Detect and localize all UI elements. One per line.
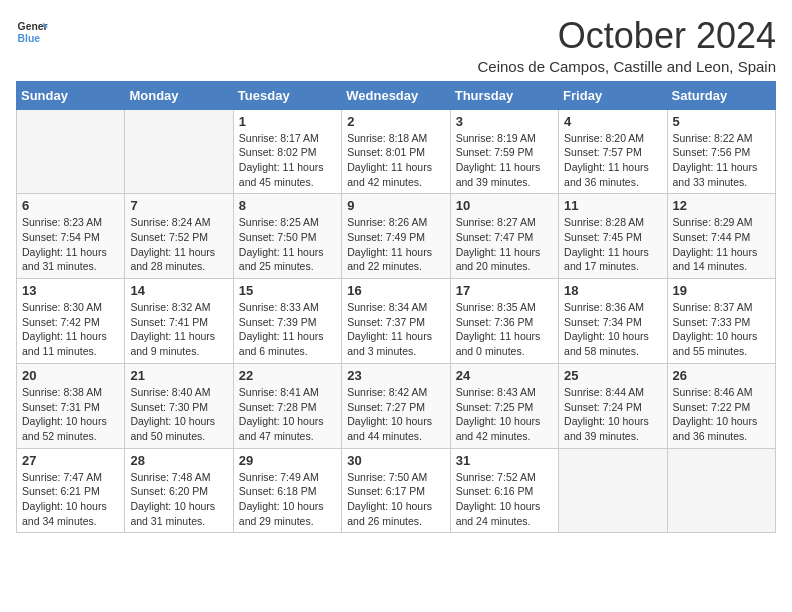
weekday-header-saturday: Saturday	[667, 81, 775, 109]
day-info: Sunrise: 8:24 AMSunset: 7:52 PMDaylight:…	[130, 215, 227, 274]
day-info: Sunrise: 8:36 AMSunset: 7:34 PMDaylight:…	[564, 300, 661, 359]
day-info: Sunrise: 8:27 AMSunset: 7:47 PMDaylight:…	[456, 215, 553, 274]
day-info: Sunrise: 8:33 AMSunset: 7:39 PMDaylight:…	[239, 300, 336, 359]
day-info: Sunrise: 8:17 AMSunset: 8:02 PMDaylight:…	[239, 131, 336, 190]
calendar-cell	[559, 448, 667, 533]
month-title: October 2024	[477, 16, 776, 56]
day-number: 14	[130, 283, 227, 298]
day-number: 10	[456, 198, 553, 213]
logo-icon: General Blue	[16, 16, 48, 48]
calendar-cell: 5Sunrise: 8:22 AMSunset: 7:56 PMDaylight…	[667, 109, 775, 194]
calendar-table: SundayMondayTuesdayWednesdayThursdayFrid…	[16, 81, 776, 534]
calendar-cell: 24Sunrise: 8:43 AMSunset: 7:25 PMDayligh…	[450, 363, 558, 448]
calendar-cell	[125, 109, 233, 194]
day-info: Sunrise: 8:23 AMSunset: 7:54 PMDaylight:…	[22, 215, 119, 274]
calendar-cell: 3Sunrise: 8:19 AMSunset: 7:59 PMDaylight…	[450, 109, 558, 194]
calendar-week-row: 1Sunrise: 8:17 AMSunset: 8:02 PMDaylight…	[17, 109, 776, 194]
calendar-cell: 8Sunrise: 8:25 AMSunset: 7:50 PMDaylight…	[233, 194, 341, 279]
day-info: Sunrise: 8:38 AMSunset: 7:31 PMDaylight:…	[22, 385, 119, 444]
day-number: 4	[564, 114, 661, 129]
day-info: Sunrise: 8:28 AMSunset: 7:45 PMDaylight:…	[564, 215, 661, 274]
calendar-cell: 6Sunrise: 8:23 AMSunset: 7:54 PMDaylight…	[17, 194, 125, 279]
page-header: General Blue October 2024 Ceinos de Camp…	[16, 16, 776, 75]
day-number: 13	[22, 283, 119, 298]
calendar-cell	[667, 448, 775, 533]
day-number: 3	[456, 114, 553, 129]
day-info: Sunrise: 7:52 AMSunset: 6:16 PMDaylight:…	[456, 470, 553, 529]
calendar-cell: 1Sunrise: 8:17 AMSunset: 8:02 PMDaylight…	[233, 109, 341, 194]
day-info: Sunrise: 7:50 AMSunset: 6:17 PMDaylight:…	[347, 470, 444, 529]
day-info: Sunrise: 8:30 AMSunset: 7:42 PMDaylight:…	[22, 300, 119, 359]
day-info: Sunrise: 7:48 AMSunset: 6:20 PMDaylight:…	[130, 470, 227, 529]
calendar-cell: 21Sunrise: 8:40 AMSunset: 7:30 PMDayligh…	[125, 363, 233, 448]
calendar-week-row: 13Sunrise: 8:30 AMSunset: 7:42 PMDayligh…	[17, 279, 776, 364]
day-info: Sunrise: 8:20 AMSunset: 7:57 PMDaylight:…	[564, 131, 661, 190]
day-info: Sunrise: 8:42 AMSunset: 7:27 PMDaylight:…	[347, 385, 444, 444]
day-info: Sunrise: 8:26 AMSunset: 7:49 PMDaylight:…	[347, 215, 444, 274]
day-number: 6	[22, 198, 119, 213]
day-info: Sunrise: 8:19 AMSunset: 7:59 PMDaylight:…	[456, 131, 553, 190]
calendar-cell: 30Sunrise: 7:50 AMSunset: 6:17 PMDayligh…	[342, 448, 450, 533]
day-number: 30	[347, 453, 444, 468]
weekday-header-tuesday: Tuesday	[233, 81, 341, 109]
day-number: 15	[239, 283, 336, 298]
calendar-cell: 31Sunrise: 7:52 AMSunset: 6:16 PMDayligh…	[450, 448, 558, 533]
day-info: Sunrise: 8:43 AMSunset: 7:25 PMDaylight:…	[456, 385, 553, 444]
day-number: 27	[22, 453, 119, 468]
weekday-header-row: SundayMondayTuesdayWednesdayThursdayFrid…	[17, 81, 776, 109]
day-number: 26	[673, 368, 770, 383]
calendar-cell: 2Sunrise: 8:18 AMSunset: 8:01 PMDaylight…	[342, 109, 450, 194]
calendar-cell: 12Sunrise: 8:29 AMSunset: 7:44 PMDayligh…	[667, 194, 775, 279]
day-number: 29	[239, 453, 336, 468]
day-number: 23	[347, 368, 444, 383]
day-info: Sunrise: 8:22 AMSunset: 7:56 PMDaylight:…	[673, 131, 770, 190]
calendar-cell: 16Sunrise: 8:34 AMSunset: 7:37 PMDayligh…	[342, 279, 450, 364]
day-info: Sunrise: 8:25 AMSunset: 7:50 PMDaylight:…	[239, 215, 336, 274]
calendar-week-row: 6Sunrise: 8:23 AMSunset: 7:54 PMDaylight…	[17, 194, 776, 279]
day-number: 20	[22, 368, 119, 383]
day-info: Sunrise: 8:46 AMSunset: 7:22 PMDaylight:…	[673, 385, 770, 444]
weekday-header-wednesday: Wednesday	[342, 81, 450, 109]
day-number: 11	[564, 198, 661, 213]
calendar-cell: 11Sunrise: 8:28 AMSunset: 7:45 PMDayligh…	[559, 194, 667, 279]
day-number: 1	[239, 114, 336, 129]
day-info: Sunrise: 7:47 AMSunset: 6:21 PMDaylight:…	[22, 470, 119, 529]
day-info: Sunrise: 8:35 AMSunset: 7:36 PMDaylight:…	[456, 300, 553, 359]
day-number: 18	[564, 283, 661, 298]
weekday-header-friday: Friday	[559, 81, 667, 109]
day-number: 22	[239, 368, 336, 383]
day-info: Sunrise: 8:34 AMSunset: 7:37 PMDaylight:…	[347, 300, 444, 359]
day-number: 28	[130, 453, 227, 468]
calendar-cell: 14Sunrise: 8:32 AMSunset: 7:41 PMDayligh…	[125, 279, 233, 364]
subtitle: Ceinos de Campos, Castille and Leon, Spa…	[477, 58, 776, 75]
day-info: Sunrise: 7:49 AMSunset: 6:18 PMDaylight:…	[239, 470, 336, 529]
day-number: 8	[239, 198, 336, 213]
calendar-cell: 9Sunrise: 8:26 AMSunset: 7:49 PMDaylight…	[342, 194, 450, 279]
day-info: Sunrise: 8:32 AMSunset: 7:41 PMDaylight:…	[130, 300, 227, 359]
calendar-cell	[17, 109, 125, 194]
day-number: 21	[130, 368, 227, 383]
day-info: Sunrise: 8:37 AMSunset: 7:33 PMDaylight:…	[673, 300, 770, 359]
day-number: 31	[456, 453, 553, 468]
weekday-header-sunday: Sunday	[17, 81, 125, 109]
calendar-cell: 18Sunrise: 8:36 AMSunset: 7:34 PMDayligh…	[559, 279, 667, 364]
day-number: 24	[456, 368, 553, 383]
day-number: 12	[673, 198, 770, 213]
day-info: Sunrise: 8:18 AMSunset: 8:01 PMDaylight:…	[347, 131, 444, 190]
svg-text:Blue: Blue	[18, 33, 41, 44]
day-info: Sunrise: 8:44 AMSunset: 7:24 PMDaylight:…	[564, 385, 661, 444]
day-number: 16	[347, 283, 444, 298]
calendar-cell: 28Sunrise: 7:48 AMSunset: 6:20 PMDayligh…	[125, 448, 233, 533]
calendar-cell: 13Sunrise: 8:30 AMSunset: 7:42 PMDayligh…	[17, 279, 125, 364]
calendar-cell: 23Sunrise: 8:42 AMSunset: 7:27 PMDayligh…	[342, 363, 450, 448]
calendar-cell: 15Sunrise: 8:33 AMSunset: 7:39 PMDayligh…	[233, 279, 341, 364]
calendar-cell: 27Sunrise: 7:47 AMSunset: 6:21 PMDayligh…	[17, 448, 125, 533]
day-number: 5	[673, 114, 770, 129]
weekday-header-monday: Monday	[125, 81, 233, 109]
logo: General Blue	[16, 16, 48, 48]
calendar-cell: 20Sunrise: 8:38 AMSunset: 7:31 PMDayligh…	[17, 363, 125, 448]
calendar-cell: 26Sunrise: 8:46 AMSunset: 7:22 PMDayligh…	[667, 363, 775, 448]
calendar-week-row: 20Sunrise: 8:38 AMSunset: 7:31 PMDayligh…	[17, 363, 776, 448]
calendar-cell: 22Sunrise: 8:41 AMSunset: 7:28 PMDayligh…	[233, 363, 341, 448]
day-info: Sunrise: 8:29 AMSunset: 7:44 PMDaylight:…	[673, 215, 770, 274]
